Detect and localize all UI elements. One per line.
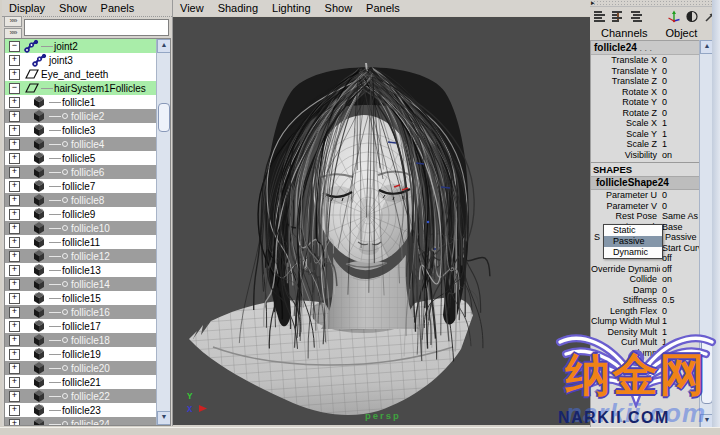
expand-icon[interactable]: + [9, 237, 20, 248]
expand-icon[interactable]: + [9, 293, 20, 304]
expand-icon[interactable]: + [9, 377, 20, 388]
channel-label[interactable]: Rest Pose [591, 211, 660, 222]
dropdown-option-static[interactable]: Static [604, 225, 662, 236]
outliner-item-joint3[interactable]: +joint3 [5, 53, 157, 67]
outliner-item-follicle4[interactable]: +follicle4 [5, 137, 157, 151]
channel-value[interactable]: 0.5 [660, 295, 703, 306]
viewport-menu-item[interactable]: Lighting [265, 1, 318, 15]
selected-node-header[interactable]: follicle24 . . . [591, 41, 703, 55]
channel-value[interactable]: Passive [663, 232, 703, 243]
expand-icon[interactable]: + [9, 321, 20, 332]
channel-label[interactable]: Scale Z [591, 139, 660, 150]
filter-icon[interactable] [4, 16, 22, 27]
outliner-item-follicle24[interactable]: +follicle24 [5, 417, 157, 426]
channel-label[interactable]: Override Dynamics [591, 264, 660, 275]
outliner-search-input[interactable] [24, 19, 169, 36]
viewport-menu-item[interactable]: Show [318, 1, 360, 15]
channel-value[interactable]: 1 [660, 327, 703, 338]
channel-value[interactable]: 0 [660, 190, 703, 201]
expand-icon[interactable]: + [9, 335, 20, 346]
outliner-item-follicle18[interactable]: +follicle18 [5, 333, 157, 347]
channel-value[interactable]: Base [660, 222, 703, 233]
outliner-item-Eye_and_teeth[interactable]: +Eye_and_teeth [5, 67, 157, 81]
outliner-scrollbar[interactable]: ▲ ▼ [156, 39, 170, 425]
channel-layout-icon[interactable] [611, 10, 625, 23]
channel-value[interactable]: 0 [660, 306, 703, 317]
channel-value[interactable]: on [660, 274, 703, 285]
expand-icon[interactable]: + [9, 307, 20, 318]
channel-label[interactable]: Clump Width Mult [591, 316, 660, 327]
outliner-item-follicle17[interactable]: +follicle17 [5, 319, 157, 333]
channel-value[interactable]: 0 [660, 76, 703, 87]
channel-label[interactable]: Length Flex [591, 306, 660, 317]
outliner-item-follicle12[interactable]: +follicle12 [5, 249, 157, 263]
collapse-icon[interactable]: − [9, 83, 20, 94]
outliner-item-follicle20[interactable]: +follicle20 [5, 361, 157, 375]
channel-value[interactable]: 0 [660, 87, 703, 98]
outliner-item-follicle13[interactable]: +follicle13 [5, 263, 157, 277]
channel-value[interactable]: 1 [660, 337, 703, 348]
channel-label[interactable]: Visibility [591, 150, 660, 161]
expand-icon[interactable]: + [9, 279, 20, 290]
outliner-item-follicle2[interactable]: +follicle2 [5, 109, 157, 123]
outliner-item-follicle3[interactable]: +follicle3 [5, 123, 157, 137]
expand-icon[interactable]: + [9, 195, 20, 206]
scroll-down-icon[interactable]: ▼ [157, 411, 171, 425]
channel-value[interactable]: 0 [660, 55, 703, 66]
outliner-menu-item[interactable]: Display [2, 1, 52, 15]
expand-icon[interactable]: + [9, 55, 20, 66]
outliner-item-follicle16[interactable]: +follicle16 [5, 305, 157, 319]
dropdown-option-passive[interactable]: Passive [604, 236, 662, 247]
dropdown-option-dynamic[interactable]: Dynamic [604, 247, 662, 258]
collapse-icon[interactable]: − [9, 41, 20, 52]
channel-label[interactable]: Curl Mult [591, 337, 660, 348]
outliner-item-follicle7[interactable]: +follicle7 [5, 179, 157, 193]
outliner-item-follicle14[interactable]: +follicle14 [5, 277, 157, 291]
channel-label[interactable]: Stiffness [591, 295, 660, 306]
move-axis-icon[interactable] [667, 10, 681, 23]
simulation-method-dropdown[interactable]: StaticPassiveDynamic [603, 224, 663, 259]
outliner-item-follicle1[interactable]: +follicle1 [5, 95, 157, 109]
expand-icon[interactable]: + [9, 181, 20, 192]
scrollbar-thumb[interactable] [158, 103, 170, 132]
viewport-canvas[interactable]: Y X persp [173, 17, 590, 425]
channel-label[interactable]: Clump [591, 348, 660, 359]
expand-icon[interactable]: + [9, 97, 20, 108]
channel-label[interactable]: Translate Z [591, 76, 660, 87]
outliner-item-follicle21[interactable]: +follicle21 [5, 375, 157, 389]
expand-icon[interactable]: + [9, 111, 20, 122]
channel-label[interactable]: Parameter U [591, 190, 660, 201]
outliner-item-follicle22[interactable]: +follicle22 [5, 389, 157, 403]
channel-value[interactable]: 1 [660, 118, 703, 129]
expand-icon[interactable]: + [9, 139, 20, 150]
shape-node-header[interactable]: follicleShape24 [591, 176, 703, 190]
expand-icon[interactable]: + [9, 363, 20, 374]
expand-icon[interactable]: + [9, 405, 20, 416]
collapse-arrow-icon[interactable]: ▸ [591, 0, 595, 7]
channel-value[interactable]: Start Curve [660, 243, 703, 254]
channel-value[interactable]: 0 [660, 108, 703, 119]
outliner-item-follicle9[interactable]: +follicle9 [5, 207, 157, 221]
channel-label[interactable]: Translate X [591, 55, 660, 66]
channel-value[interactable]: 0 [660, 285, 703, 296]
expand-icon[interactable]: + [9, 167, 20, 178]
channel-label[interactable]: Rotate X [591, 87, 660, 98]
expand-icon[interactable]: + [9, 265, 20, 276]
channel-layout-icon[interactable] [629, 10, 643, 23]
outliner-item-follicle10[interactable]: +follicle10 [5, 221, 157, 235]
channel-label[interactable]: Scale X [591, 118, 660, 129]
expand-icon[interactable]: + [9, 419, 20, 427]
outliner-item-follicle5[interactable]: +follicle5 [5, 151, 157, 165]
channel-label[interactable]: Rotate Z [591, 108, 660, 119]
channel-value[interactable]: 1 [660, 316, 703, 327]
outliner-item-follicle23[interactable]: +follicle23 [5, 403, 157, 417]
viewport-menu-item[interactable]: View [173, 1, 211, 15]
channel-label[interactable]: Parameter V [591, 201, 660, 212]
channel-label[interactable]: Collide [591, 274, 660, 285]
channel-label[interactable]: Translate Y [591, 66, 660, 77]
channel-value[interactable]: off [660, 264, 703, 275]
viewport-menu-item[interactable]: Shading [211, 1, 265, 15]
expand-icon[interactable]: + [9, 209, 20, 220]
expand-icon[interactable]: + [9, 223, 20, 234]
channel-value[interactable]: 1 [660, 129, 703, 140]
